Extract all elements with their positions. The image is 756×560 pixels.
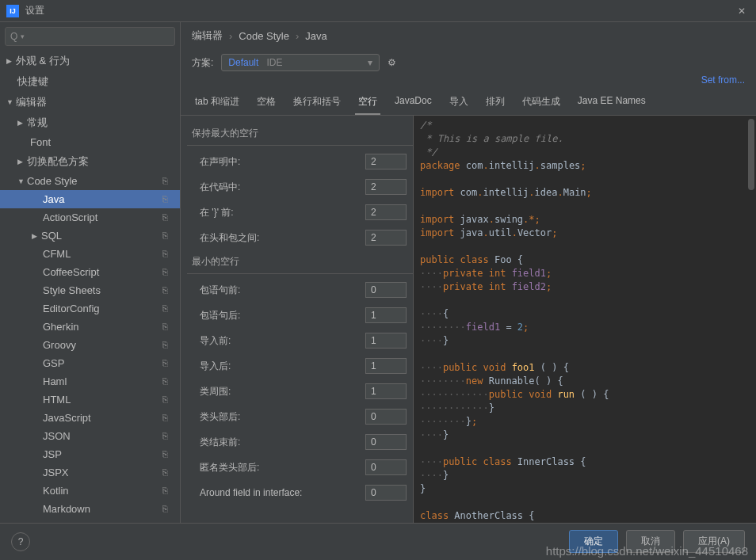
breadcrumb-editor[interactable]: 编辑器 bbox=[192, 29, 223, 43]
tree-item-editorconfig[interactable]: EditorConfig⎘ bbox=[0, 299, 180, 318]
field-row: 导入前: bbox=[187, 328, 413, 353]
search-icon: Q bbox=[10, 31, 17, 42]
field-input[interactable] bbox=[365, 485, 407, 501]
tree-code-style[interactable]: ▼Code Style⎘ bbox=[0, 172, 180, 190]
ok-button[interactable]: 确定 bbox=[569, 530, 618, 553]
titlebar: IJ 设置 ✕ bbox=[0, 0, 756, 22]
field-input[interactable] bbox=[365, 409, 407, 425]
tree-item-groovy[interactable]: Groovy⎘ bbox=[0, 336, 180, 354]
tree-color-scheme[interactable]: ▶切换配色方案 bbox=[0, 151, 180, 172]
tabs: tab 和缩进空格换行和括号空行JavaDoc导入排列代码生成Java EE N… bbox=[181, 90, 756, 116]
tree-editor[interactable]: ▼编辑器 bbox=[0, 92, 180, 112]
chevron-down-icon: ▼ bbox=[6, 98, 16, 106]
field-input[interactable] bbox=[365, 154, 407, 170]
cancel-button[interactable]: 取消 bbox=[626, 530, 675, 553]
breadcrumb-java: Java bbox=[305, 30, 326, 42]
tree-item-actionscript[interactable]: ActionScript⎘ bbox=[0, 208, 180, 227]
field-row: 包语句前: bbox=[187, 277, 413, 303]
tree-item-label: Haml bbox=[43, 375, 162, 387]
copy-icon: ⎘ bbox=[162, 394, 174, 406]
field-label: 类头部后: bbox=[200, 410, 365, 424]
field-input[interactable] bbox=[365, 230, 407, 246]
field-row: Around field in interface: bbox=[187, 480, 413, 505]
chevron-down-icon: ▼ bbox=[17, 177, 27, 185]
field-label: 在 '}' 前: bbox=[200, 206, 365, 219]
search-input[interactable]: Q ▾ bbox=[5, 27, 175, 46]
copy-icon: ⎘ bbox=[162, 431, 174, 442]
chevron-right-icon: ▶ bbox=[6, 57, 16, 65]
chevron-right-icon: › bbox=[229, 30, 232, 42]
field-label: 在代码中: bbox=[200, 181, 365, 194]
field-input[interactable] bbox=[365, 383, 407, 399]
field-label: 在声明中: bbox=[200, 155, 365, 169]
field-row: 导入后: bbox=[187, 353, 413, 379]
sidebar: Q ▾ ▶外观 & 行为 快捷键 ▼编辑器 ▶常规 Font ▶切换配色方案 ▼… bbox=[0, 22, 181, 523]
field-input[interactable] bbox=[365, 434, 407, 450]
tree-item-markdown[interactable]: Markdown⎘ bbox=[0, 500, 180, 518]
close-icon[interactable]: ✕ bbox=[734, 6, 750, 17]
tree-item-javascript[interactable]: JavaScript⎘ bbox=[0, 409, 180, 427]
tree-item-kotlin[interactable]: Kotlin⎘ bbox=[0, 482, 180, 500]
scheme-select[interactable]: Default IDE ▾ bbox=[221, 54, 380, 71]
field-row: 类结束前: bbox=[187, 429, 413, 455]
tree-item-style-sheets[interactable]: Style Sheets⎘ bbox=[0, 281, 180, 299]
field-input[interactable] bbox=[365, 459, 407, 475]
breadcrumb-codestyle[interactable]: Code Style bbox=[239, 30, 289, 42]
apply-button[interactable]: 应用(A) bbox=[683, 530, 745, 553]
scrollbar-thumb[interactable] bbox=[748, 119, 754, 190]
field-row: 在声明中: bbox=[187, 149, 413, 174]
tab-7[interactable]: 代码生成 bbox=[519, 90, 563, 115]
field-input[interactable] bbox=[365, 204, 407, 220]
field-input[interactable] bbox=[365, 358, 407, 374]
tab-3[interactable]: 空行 bbox=[355, 90, 380, 115]
field-input[interactable] bbox=[365, 307, 407, 323]
field-row: 在头和包之间: bbox=[187, 225, 413, 250]
tree-item-haml[interactable]: Haml⎘ bbox=[0, 372, 180, 390]
copy-icon: ⎘ bbox=[162, 230, 174, 242]
tab-1[interactable]: 空格 bbox=[254, 90, 279, 115]
tree-keymap[interactable]: 快捷键 bbox=[0, 71, 180, 92]
tab-2[interactable]: 换行和括号 bbox=[290, 90, 344, 115]
field-input[interactable] bbox=[365, 282, 407, 298]
breadcrumb: 编辑器 › Code Style › Java bbox=[181, 22, 756, 49]
scheme-ide: IDE bbox=[266, 57, 282, 68]
section-keep-max: 保持最大的空行 bbox=[187, 122, 413, 146]
field-input[interactable] bbox=[365, 333, 407, 349]
set-from-link[interactable]: Set from... bbox=[701, 74, 745, 86]
tree-item-jsp[interactable]: JSP⎘ bbox=[0, 445, 180, 463]
tree-item-json[interactable]: JSON⎘ bbox=[0, 427, 180, 445]
app-icon: IJ bbox=[6, 5, 19, 17]
tree-item-coffeescript[interactable]: CoffeeScript⎘ bbox=[0, 263, 180, 281]
tree-item-sql[interactable]: ▶SQL⎘ bbox=[0, 227, 180, 245]
section-minimum: 最小的空行 bbox=[187, 250, 413, 274]
copy-icon: ⎘ bbox=[162, 340, 174, 351]
tree-item-label: ActionScript bbox=[43, 211, 162, 223]
help-button[interactable]: ? bbox=[11, 532, 30, 551]
tree-font[interactable]: Font bbox=[0, 133, 180, 151]
tree-item-java[interactable]: Java⎘ bbox=[0, 190, 180, 208]
copy-icon: ⎘ bbox=[162, 504, 174, 515]
tree-item-label: Markdown bbox=[43, 503, 162, 515]
tree-appearance[interactable]: ▶外观 & 行为 bbox=[0, 51, 180, 71]
chevron-down-icon: ▾ bbox=[368, 57, 372, 68]
scheme-default: Default bbox=[228, 57, 258, 68]
tree-item-html[interactable]: HTML⎘ bbox=[0, 390, 180, 409]
tab-8[interactable]: Java EE Names bbox=[575, 90, 649, 115]
copy-icon: ⎘ bbox=[162, 413, 174, 424]
field-input[interactable] bbox=[365, 179, 407, 195]
copy-icon: ⎘ bbox=[162, 376, 174, 387]
tree-item-gherkin[interactable]: Gherkin⎘ bbox=[0, 318, 180, 336]
tab-4[interactable]: JavaDoc bbox=[391, 90, 435, 115]
gear-icon[interactable]: ⚙ bbox=[388, 57, 396, 68]
tree-item-jspx[interactable]: JSPX⎘ bbox=[0, 463, 180, 482]
tree-item-label: JSPX bbox=[43, 467, 162, 478]
field-label: 包语句前: bbox=[200, 284, 365, 297]
tab-6[interactable]: 排列 bbox=[483, 90, 508, 115]
tab-0[interactable]: tab 和缩进 bbox=[192, 90, 242, 115]
tree-item-gsp[interactable]: GSP⎘ bbox=[0, 354, 180, 372]
tree-item-cfml[interactable]: CFML⎘ bbox=[0, 245, 180, 263]
field-row: 包语句后: bbox=[187, 303, 413, 328]
tree-item-label: SQL bbox=[41, 230, 162, 242]
tab-5[interactable]: 导入 bbox=[446, 90, 472, 115]
tree-general[interactable]: ▶常规 bbox=[0, 112, 180, 133]
